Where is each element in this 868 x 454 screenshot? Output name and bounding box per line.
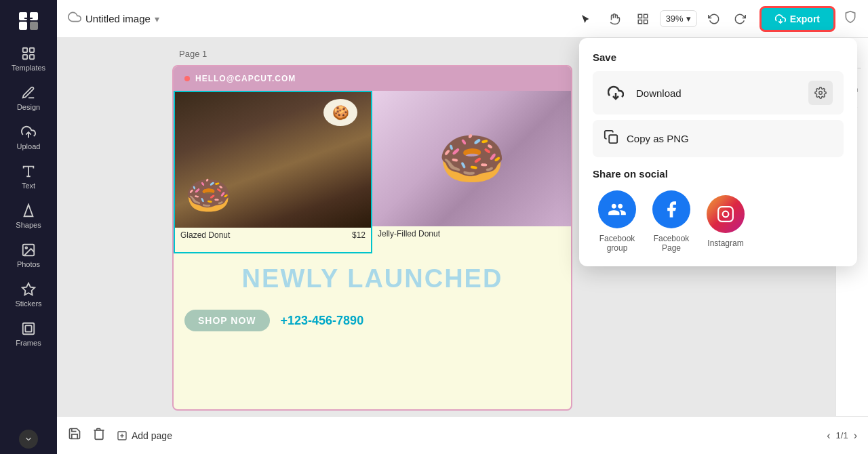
svg-rect-20 (644, 14, 647, 18)
download-icon (604, 81, 628, 105)
page-indicator: 1/1 (836, 430, 848, 440)
donut-jelly-cell[interactable]: 🍩 Jelly-Filled Donut (372, 91, 571, 253)
svg-rect-36 (609, 135, 617, 143)
newly-launched-text: NEWLY LAUNCHED (184, 264, 560, 293)
donut-jelly-name: Jelly-Filled Donut (378, 229, 440, 239)
zoom-value: 39% (666, 14, 684, 24)
copy-row[interactable]: Copy as PNG (593, 120, 844, 157)
title-chevron-icon[interactable]: ▾ (155, 14, 159, 24)
donut-glazed-name: Glazed Donut (180, 230, 230, 240)
sidebar-item-frames[interactable]: Frames (4, 316, 53, 352)
sidebar-item-shapes-label: Shapes (16, 221, 41, 229)
logo[interactable] (15, 5, 42, 33)
sidebar-collapse-button[interactable] (19, 430, 38, 449)
undo-button[interactable] (703, 7, 726, 30)
sidebar-item-design-label: Design (17, 103, 40, 111)
next-page-button[interactable]: › (854, 430, 857, 442)
download-label: Download (636, 87, 800, 99)
donut-glazed-cell[interactable]: 🍪 🍩 Glazed Donut $12 (174, 91, 372, 253)
sidebar-item-templates[interactable]: Templates (4, 41, 53, 77)
export-dropdown: Save Download Copy as PNG Share on socia… (579, 38, 857, 266)
shield-icon (844, 10, 857, 27)
sidebar-item-shapes[interactable]: Shapes (4, 198, 53, 234)
copy-icon (604, 129, 618, 148)
copy-label: Copy as PNG (627, 133, 689, 144)
sidebar-item-text-label: Text (22, 182, 35, 190)
svg-rect-3 (30, 22, 38, 30)
add-page-label: Add page (132, 430, 172, 441)
svg-rect-22 (638, 20, 642, 23)
export-label: Export (790, 14, 820, 24)
zoom-control[interactable]: 39% ▾ (660, 10, 697, 27)
svg-rect-17 (23, 323, 35, 335)
topbar-tools: 39% ▾ (574, 7, 751, 30)
facebook-group-label: Facebookgroup (599, 234, 635, 253)
facebook-group-icon (598, 190, 636, 228)
svg-rect-8 (23, 55, 27, 59)
donut-glazed-label-row: Glazed Donut $12 (175, 228, 371, 243)
layout-tool-button[interactable] (631, 7, 654, 30)
save-section-title: Save (593, 51, 844, 63)
instagram-icon (707, 195, 745, 233)
social-row: Facebookgroup FacebookPage Instagram (593, 190, 844, 253)
document-title[interactable]: Untitled image (85, 13, 151, 24)
download-row[interactable]: Download (593, 71, 844, 115)
redo-button[interactable] (728, 7, 751, 30)
svg-rect-37 (718, 207, 733, 222)
svg-rect-0 (19, 12, 27, 20)
donut-glazed-price: $12 (352, 230, 366, 240)
sidebar-item-text[interactable]: Text (4, 159, 53, 195)
sidebar-item-upload[interactable]: Upload (4, 119, 53, 156)
newly-launched-section: NEWLY LAUNCHED (174, 253, 571, 304)
svg-marker-13 (24, 205, 33, 216)
delete-icon[interactable] (92, 427, 106, 444)
facebook-page-button[interactable]: FacebookPage (652, 190, 690, 253)
svg-point-35 (819, 91, 823, 95)
sidebar-bottom (19, 430, 38, 449)
instagram-label: Instagram (707, 239, 743, 248)
svg-marker-16 (22, 283, 35, 295)
undo-redo-group (703, 7, 751, 30)
zoom-chevron-icon: ▾ (686, 14, 691, 24)
canvas-header: HELLO@CAPCUT.COM (174, 66, 571, 91)
phone-number: +123-456-7890 (281, 314, 364, 328)
sidebar: Templates Design Upload Text Shapes Phot… (0, 0, 57, 454)
prev-page-button[interactable]: ‹ (827, 430, 830, 442)
shop-now-button[interactable]: SHOP NOW (184, 310, 270, 331)
canvas-design: HELLO@CAPCUT.COM 🍪 🍩 Glazed Donut (172, 65, 572, 411)
svg-rect-2 (19, 22, 27, 30)
page-navigation: ‹ 1/1 › (827, 430, 857, 442)
donut-jelly-label-row: Jelly-Filled Donut (372, 226, 571, 241)
share-section-title: Share on social (593, 168, 844, 180)
sidebar-item-photos[interactable]: Photos (4, 237, 53, 274)
sidebar-item-design[interactable]: Design (4, 80, 53, 117)
bottom-bar: Add page ‹ 1/1 › (57, 416, 868, 454)
pointer-tool-button[interactable] (574, 7, 597, 30)
facebook-group-button[interactable]: Facebookgroup (598, 190, 636, 253)
svg-rect-18 (25, 325, 31, 331)
sidebar-item-stickers-label: Stickers (15, 300, 41, 308)
title-group: Untitled image ▾ (68, 10, 159, 27)
donuts-grid: 🍪 🍩 Glazed Donut $12 🍩 (174, 91, 571, 253)
svg-rect-19 (638, 14, 642, 18)
svg-rect-1 (30, 12, 38, 20)
sidebar-item-photos-label: Photos (17, 260, 40, 268)
svg-rect-6 (23, 48, 27, 52)
export-button[interactable]: Export (760, 6, 835, 32)
sidebar-item-frames-label: Frames (16, 339, 41, 347)
save-frame-icon[interactable] (68, 427, 81, 444)
cloud-icon (68, 10, 81, 27)
add-page-button[interactable]: Add page (117, 430, 172, 441)
bottom-row: SHOP NOW +123-456-7890 (174, 304, 571, 337)
hand-tool-button[interactable] (603, 7, 626, 30)
instagram-button[interactable]: Instagram (707, 195, 745, 248)
svg-point-15 (25, 247, 27, 249)
sidebar-item-templates-label: Templates (12, 64, 45, 72)
topbar: Untitled image ▾ 39% ▾ (57, 0, 868, 38)
sidebar-item-stickers[interactable]: Stickers (4, 276, 53, 313)
facebook-page-icon (652, 190, 690, 228)
page-label: Page 1 (179, 49, 207, 59)
download-settings-button[interactable] (808, 81, 833, 105)
svg-rect-9 (30, 55, 34, 59)
email-dot (184, 76, 190, 81)
